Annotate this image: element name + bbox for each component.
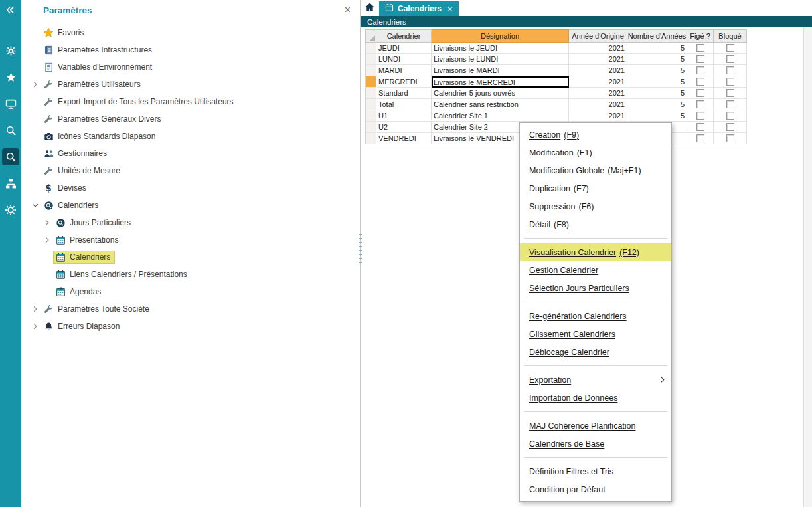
menu-item[interactable]: Visualisation Calendrier(F12) — [520, 243, 671, 261]
monitor-icon[interactable] — [0, 90, 21, 117]
menu-item[interactable]: Modification Globale(Maj+F1) — [520, 161, 671, 179]
cell-designation[interactable]: Calendrier sans restriction — [432, 99, 569, 110]
menu-item[interactable]: Détail(F8) — [520, 215, 671, 233]
menu-item[interactable]: Définition Filtres et Tris — [520, 462, 671, 480]
cell-designation[interactable]: Livraisons le JEUDI — [432, 43, 569, 54]
cell-nombre-annees[interactable]: 5 — [627, 43, 687, 54]
cell-designation[interactable]: Calendrier 5 jours ouvrés — [432, 88, 569, 99]
tab-calendriers[interactable]: Calendriers × — [379, 1, 459, 16]
sidebar-item[interactable]: Liens Calendriers / Présentations — [21, 266, 360, 283]
cell-designation[interactable]: Livraisons le MARDI — [432, 65, 569, 76]
sidebar-item[interactable]: Agendas — [21, 283, 360, 300]
sidebar-item[interactable]: Paramètres Utilisateurs — [21, 76, 360, 93]
cell-nombre-annees[interactable]: 5 — [627, 65, 687, 76]
row-selector[interactable] — [365, 65, 376, 76]
column-header[interactable]: Désignation — [432, 29, 569, 43]
menu-item[interactable]: Condition par Défaut — [520, 480, 671, 498]
fige-checkbox[interactable] — [696, 44, 704, 52]
sidebar-item[interactable]: Gestionnaires — [21, 145, 360, 162]
column-header[interactable]: Figé ? — [687, 29, 714, 43]
column-header[interactable]: Nombre d'Années — [627, 29, 687, 43]
sidebar-item[interactable]: Paramètres Infrastructures — [21, 41, 360, 58]
sidebar-item[interactable]: Jours Particuliers — [21, 214, 360, 231]
fige-checkbox[interactable] — [696, 55, 704, 63]
menu-item[interactable]: Création(F9) — [520, 126, 671, 144]
menu-item[interactable]: Importation de Données — [520, 389, 671, 407]
bloque-checkbox[interactable] — [726, 44, 734, 52]
column-header[interactable]: Bloqué — [714, 29, 747, 43]
cell-designation[interactable]: Calendrier Site 1 — [432, 110, 569, 122]
fige-checkbox[interactable] — [696, 123, 704, 131]
cell-calendrier[interactable]: LUNDI — [376, 54, 432, 65]
sidebar-item[interactable]: $Devises — [21, 179, 360, 197]
bloque-checkbox[interactable] — [726, 123, 734, 131]
cell-nombre-annees[interactable]: 5 — [627, 54, 687, 65]
menu-item[interactable]: Exportation — [520, 371, 671, 389]
chevron-right-icon[interactable] — [41, 219, 53, 227]
sidebar-item[interactable]: Paramètres Généraux Divers — [21, 110, 360, 128]
cell-calendrier[interactable]: MARDI — [376, 65, 432, 76]
sidebar-item[interactable]: Variables d'Environnement — [21, 58, 360, 76]
menu-item[interactable]: Gestion Calendrier — [520, 261, 671, 279]
chevrons-left-icon[interactable] — [0, 0, 21, 20]
menu-item[interactable]: Re-génération Calendriers — [520, 307, 671, 325]
chevron-down-icon[interactable] — [29, 201, 41, 209]
row-selector[interactable] — [365, 76, 376, 88]
cell-calendrier[interactable]: Total — [376, 99, 432, 110]
column-header[interactable]: Année d'Origine — [569, 29, 627, 43]
menu-item[interactable]: Modification(F1) — [520, 144, 671, 161]
fige-checkbox[interactable] — [696, 78, 704, 86]
cell-annee-origine[interactable]: 2021 — [569, 99, 627, 110]
bloque-checkbox[interactable] — [726, 89, 734, 97]
bloque-checkbox[interactable] — [726, 78, 734, 86]
cell-designation[interactable]: Livraisons le LUNDI — [432, 54, 569, 65]
bloque-checkbox[interactable] — [726, 55, 734, 63]
sidebar-item[interactable]: Présentations — [21, 231, 360, 249]
bloque-checkbox[interactable] — [726, 134, 734, 142]
cell-annee-origine[interactable]: 2021 — [569, 88, 627, 99]
cell-annee-origine[interactable]: 2021 — [569, 110, 627, 122]
cell-calendrier[interactable]: VENDREDI — [376, 133, 432, 144]
sidebar-item[interactable]: Paramètres Toute Société — [21, 300, 360, 318]
fige-checkbox[interactable] — [696, 134, 704, 142]
sitemap-icon[interactable] — [0, 170, 21, 197]
menu-item[interactable]: Suppression(F6) — [520, 197, 671, 215]
row-selector[interactable] — [365, 54, 376, 65]
row-selector[interactable] — [365, 99, 376, 110]
cell-annee-origine[interactable]: 2021 — [569, 54, 627, 65]
cell-nombre-annees[interactable]: 5 — [627, 99, 687, 110]
row-selector[interactable] — [365, 133, 376, 144]
cell-calendrier[interactable]: MERCREDI — [376, 76, 432, 88]
cell-calendrier[interactable]: U2 — [376, 122, 432, 133]
cell-calendrier[interactable]: Standard — [376, 88, 432, 99]
cell-nombre-annees[interactable]: 5 — [627, 110, 687, 122]
cell-calendrier[interactable]: JEUDI — [376, 43, 432, 54]
chevron-right-icon[interactable] — [41, 236, 53, 244]
select-all-corner[interactable] — [365, 29, 376, 43]
cell-nombre-annees[interactable]: 5 — [627, 88, 687, 99]
cell-designation[interactable]: Livraisons le MERCREDI — [432, 76, 569, 88]
fige-checkbox[interactable] — [696, 112, 704, 120]
menu-item[interactable]: Duplication(F7) — [520, 179, 671, 197]
sidebar-item[interactable]: Erreurs Diapason — [21, 318, 360, 335]
menu-item[interactable]: Calendriers de Base — [520, 435, 671, 453]
sidebar-item[interactable]: Calendriers — [21, 197, 360, 214]
bloque-checkbox[interactable] — [726, 66, 734, 74]
cell-nombre-annees[interactable]: 5 — [627, 76, 687, 88]
sidebar-item[interactable]: Export-Import de Tous les Paramètres Uti… — [21, 93, 360, 110]
search-icon[interactable] — [0, 117, 21, 144]
cell-calendrier[interactable]: U1 — [376, 110, 432, 122]
row-selector[interactable] — [365, 43, 376, 54]
column-header[interactable]: Calendrier — [376, 29, 432, 43]
sidebar-item[interactable]: Unités de Mesure — [21, 162, 360, 179]
sidebar-item[interactable]: Calendriers — [21, 249, 360, 266]
sidebar-item[interactable]: Favoris — [21, 24, 360, 41]
row-selector[interactable] — [365, 88, 376, 99]
star-icon[interactable] — [0, 64, 21, 90]
menu-item[interactable]: Glissement Calendriers — [520, 325, 671, 343]
chevron-right-icon[interactable] — [29, 80, 41, 88]
menu-item[interactable]: MAJ Cohérence Planification — [520, 417, 671, 435]
chevron-right-icon[interactable] — [29, 305, 41, 313]
tab-close-icon[interactable]: × — [447, 4, 453, 14]
fige-checkbox[interactable] — [696, 100, 704, 108]
